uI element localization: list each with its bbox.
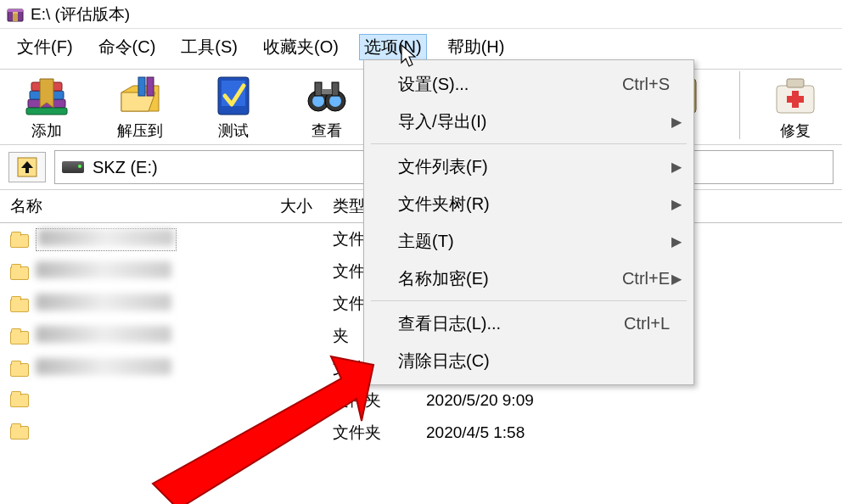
cell-type: 文件夹: [323, 422, 416, 444]
menu-file-list[interactable]: 文件列表(F) ▶: [364, 148, 693, 185]
folder-icon: [10, 394, 29, 407]
svg-rect-23: [787, 79, 804, 87]
menu-file[interactable]: 文件(F): [12, 34, 78, 60]
svg-rect-1: [8, 9, 23, 12]
svg-point-15: [329, 95, 341, 107]
tool-repair[interactable]: 修复: [766, 71, 825, 141]
svg-point-14: [312, 95, 324, 107]
books-stack-icon: [20, 71, 73, 120]
menu-separator: [371, 300, 687, 301]
menu-label: 主题(T): [398, 230, 678, 253]
app-icon: [5, 4, 25, 25]
folder-icon: [10, 331, 29, 344]
redacted-name: [36, 294, 171, 311]
menu-separator: [371, 143, 687, 144]
options-dropdown: 设置(S)... Ctrl+S 导入/导出(I) ▶ 文件列表(F) ▶ 文件夹…: [363, 59, 694, 385]
svg-rect-9: [147, 77, 154, 96]
drive-icon: [62, 161, 84, 173]
menu-label: 设置(S)...: [398, 73, 622, 96]
menu-tools[interactable]: 工具(S): [176, 34, 243, 60]
col-size[interactable]: 大小: [255, 195, 323, 217]
cell-date: 2020/5/20 9:09: [416, 391, 586, 410]
binoculars-icon: [300, 71, 353, 120]
tool-label: 添加: [31, 120, 62, 141]
menu-label: 导入/导出(I): [398, 110, 678, 133]
menu-import-export[interactable]: 导入/导出(I) ▶: [364, 103, 693, 140]
menu-label: 清除日志(C): [398, 350, 678, 372]
redacted-name: [36, 358, 171, 375]
menu-shortcut: Ctrl+S: [622, 75, 670, 94]
submenu-arrow-icon: ▶: [671, 271, 682, 287]
col-name[interactable]: 名称: [0, 195, 255, 217]
folder-icon: [10, 234, 29, 248]
table-row[interactable]: 文件夹 2020/5/20 9:09: [0, 384, 842, 417]
folder-icon: [10, 363, 29, 377]
menu-label: 文件夹树(R): [398, 193, 678, 216]
svg-rect-18: [322, 89, 332, 94]
open-folder-books-icon: [114, 71, 166, 120]
folder-icon: [10, 299, 29, 312]
svg-rect-8: [138, 77, 145, 96]
menu-theme[interactable]: 主题(T) ▶: [364, 222, 693, 260]
tool-extract[interactable]: 解压到: [110, 71, 170, 141]
submenu-arrow-icon: ▶: [671, 233, 682, 249]
redacted-name: [36, 326, 171, 343]
tool-add[interactable]: 添加: [17, 71, 76, 141]
check-document-icon: [207, 71, 260, 120]
cell-type: 文件夹: [323, 389, 416, 412]
svg-rect-16: [315, 82, 322, 96]
tool-test[interactable]: 测试: [204, 71, 263, 141]
menu-view-log[interactable]: 查看日志(L)... Ctrl+L: [364, 305, 693, 342]
submenu-arrow-icon: ▶: [671, 159, 682, 175]
table-row[interactable]: 文件夹 2020/4/5 1:58: [0, 417, 842, 449]
svg-rect-25: [787, 96, 804, 103]
folder-icon: [10, 266, 29, 280]
titlebar: E:\ (评估版本): [0, 0, 842, 29]
menu-shortcut: Ctrl+L: [624, 314, 670, 333]
tool-label: 查看: [312, 120, 342, 141]
menu-help[interactable]: 帮助(H): [442, 34, 510, 60]
up-button[interactable]: [8, 152, 46, 182]
cell-date: 2020/4/5 1:58: [416, 423, 586, 442]
tool-label: 测试: [218, 120, 249, 141]
window-title: E:\ (评估版本): [31, 3, 130, 25]
first-aid-icon: [769, 71, 822, 120]
up-arrow-icon: [16, 156, 38, 178]
menu-settings[interactable]: 设置(S)... Ctrl+S: [364, 65, 693, 103]
tool-view[interactable]: 查看: [297, 71, 356, 141]
menu-command[interactable]: 命令(C): [93, 34, 161, 60]
menu-folder-tree[interactable]: 文件夹树(R) ▶: [364, 185, 693, 222]
menu-label: 名称加密(E): [398, 267, 622, 290]
menu-label: 文件列表(F): [398, 155, 678, 178]
tool-label: 解压到: [117, 120, 163, 141]
menu-label: 查看日志(L)...: [398, 312, 624, 335]
redacted-name: [38, 229, 174, 246]
folder-icon: [10, 426, 29, 440]
menu-clear-log[interactable]: 清除日志(C): [364, 342, 693, 379]
svg-rect-7: [26, 108, 67, 115]
toolbar-separator: [739, 71, 740, 139]
path-text: SKZ (E:): [93, 158, 158, 177]
submenu-arrow-icon: ▶: [671, 196, 682, 212]
svg-rect-17: [332, 82, 339, 96]
redacted-name: [36, 261, 171, 278]
tool-label: 修复: [780, 120, 811, 141]
menu-favorites[interactable]: 收藏夹(O): [258, 34, 344, 60]
menu-options[interactable]: 选项(N): [359, 34, 427, 60]
submenu-arrow-icon: ▶: [671, 114, 682, 130]
menu-name-encrypt[interactable]: 名称加密(E) Ctrl+E ▶: [364, 260, 693, 297]
menu-shortcut: Ctrl+E: [622, 269, 670, 288]
svg-rect-3: [13, 12, 18, 14]
